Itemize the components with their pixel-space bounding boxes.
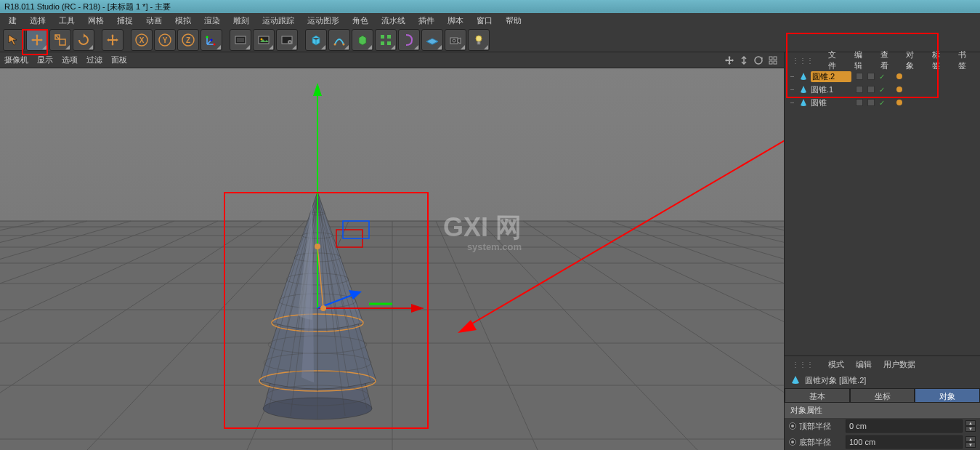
attr-subtab-coord[interactable]: 坐标 <box>850 388 915 403</box>
svg-rect-31 <box>769 61 772 64</box>
svg-point-11 <box>211 39 213 41</box>
vp-nav-layout-icon[interactable] <box>766 54 779 67</box>
attr-label: 顶部半径 <box>799 421 843 432</box>
annotation-box-obj-manager <box>786 33 939 98</box>
attr-row-top-radius: 顶部半径 0 cm ▲▼ <box>785 418 980 434</box>
svg-rect-22 <box>387 35 391 39</box>
menu-item[interactable]: 帮助 <box>500 14 527 28</box>
menu-item[interactable]: 模拟 <box>169 14 197 28</box>
vp-menu-item[interactable]: 摄像机 <box>4 55 28 65</box>
svg-rect-1 <box>60 39 65 45</box>
attr-subtab-basic[interactable]: 基本 <box>785 388 850 403</box>
z-axis-lock[interactable]: Z <box>177 29 199 51</box>
svg-point-18 <box>289 41 291 43</box>
attr-object-title: 圆锥对象 [圆锥.2] <box>785 372 980 388</box>
menu-item[interactable]: 动画 <box>140 14 168 28</box>
attr-value-input[interactable]: 100 cm <box>846 435 963 449</box>
svg-text:Z: Z <box>186 36 190 44</box>
menu-item[interactable]: 运动图形 <box>301 14 345 28</box>
svg-rect-23 <box>381 41 384 45</box>
y-axis-lock[interactable]: Y <box>154 29 176 51</box>
generator-subdivision[interactable] <box>352 29 373 51</box>
generator-array[interactable] <box>375 29 397 51</box>
deformer-bend[interactable] <box>398 29 420 51</box>
visibility-render[interactable] <box>867 99 875 106</box>
menu-item[interactable]: 选择 <box>24 14 52 28</box>
menu-item[interactable]: 角色 <box>347 14 374 28</box>
vp-menu-item[interactable]: 显示 <box>37 55 53 65</box>
vp-nav-zoom-icon[interactable] <box>737 54 750 67</box>
expand-icon[interactable]: – <box>790 99 796 106</box>
rotate-tool[interactable] <box>73 29 94 51</box>
svg-point-27 <box>476 36 482 41</box>
attr-anim-radio[interactable] <box>789 438 796 446</box>
attr-label: 底部半径 <box>799 437 843 448</box>
title-text: R18.011 Studio (RC - R18) - [未标题 1 *] - … <box>4 1 171 12</box>
svg-text:X: X <box>139 36 145 44</box>
main-menubar: 建 选择 工具 网格 捕捉 动画 模拟 渲染 雕刻 运动跟踪 运动图形 角色 流… <box>0 13 980 28</box>
menu-item[interactable]: 流水线 <box>376 14 411 28</box>
menu-item[interactable]: 网格 <box>82 14 110 28</box>
environment-floor[interactable] <box>421 29 443 51</box>
light-tool[interactable] <box>468 29 490 51</box>
menu-item[interactable]: 雕刻 <box>227 14 255 28</box>
svg-point-20 <box>343 43 345 45</box>
phong-tag-icon[interactable] <box>896 100 902 105</box>
svg-rect-21 <box>381 35 384 39</box>
title-bar: R18.011 Studio (RC - R18) - [未标题 1 *] - … <box>0 0 980 13</box>
spline-pen[interactable] <box>328 29 350 51</box>
vp-nav-rotate-icon[interactable] <box>752 54 765 67</box>
object-name[interactable]: 圆锥 <box>811 97 851 108</box>
menu-item[interactable]: 捕捉 <box>111 14 139 28</box>
svg-rect-25 <box>450 38 458 44</box>
svg-line-2 <box>55 35 60 39</box>
menu-item[interactable]: 运动跟踪 <box>256 14 300 28</box>
annotation-box-viewport <box>224 192 429 429</box>
render-view[interactable] <box>230 29 251 51</box>
menu-item[interactable]: 工具 <box>53 14 81 28</box>
attr-value-input[interactable]: 0 cm <box>846 419 963 433</box>
svg-point-28 <box>755 57 762 64</box>
primitive-cube[interactable] <box>305 29 327 51</box>
attribute-manager: ⋮⋮⋮ 模式 编辑 用户数据 圆锥对象 [圆锥.2] 基本 坐标 对象 对象属性… <box>785 356 980 450</box>
attr-tab[interactable]: 模式 <box>824 358 849 371</box>
svg-point-10 <box>214 43 216 45</box>
enable-check-icon[interactable]: ✓ <box>879 99 885 107</box>
svg-rect-32 <box>774 61 777 64</box>
svg-point-19 <box>334 43 336 45</box>
attr-anim-radio[interactable] <box>789 422 796 430</box>
menu-item[interactable]: 窗口 <box>471 14 498 28</box>
annotation-box-move-tool <box>22 29 48 55</box>
cone-icon <box>799 98 808 107</box>
svg-rect-24 <box>387 41 391 45</box>
attr-spinner[interactable]: ▲▼ <box>965 420 976 432</box>
menu-item[interactable]: 插件 <box>413 14 440 28</box>
svg-rect-13 <box>237 38 244 42</box>
last-tool[interactable] <box>102 29 123 51</box>
vp-menu-item[interactable]: 面板 <box>111 55 127 65</box>
attr-tab[interactable]: 用户数据 <box>879 358 920 371</box>
attr-row-bottom-radius: 底部半径 100 cm ▲▼ <box>785 434 980 450</box>
viewport-3d[interactable]: GXI 网 system.com <box>0 68 784 450</box>
attr-spinner[interactable]: ▲▼ <box>965 436 976 448</box>
visibility-editor[interactable] <box>856 99 863 106</box>
x-axis-lock[interactable]: X <box>131 29 153 51</box>
vp-menu-item[interactable]: 选项 <box>62 55 78 65</box>
attr-subtab-object[interactable]: 对象 <box>915 388 980 403</box>
vp-nav-move-icon[interactable] <box>723 54 736 67</box>
vp-menu-item[interactable]: 过滤 <box>86 55 102 65</box>
render-picture-viewer[interactable] <box>253 29 275 51</box>
menu-item[interactable]: 建 <box>3 14 23 28</box>
cone-icon <box>790 375 801 385</box>
panel-grip-icon[interactable]: ⋮⋮⋮ <box>787 359 818 370</box>
camera-tool[interactable] <box>445 29 466 51</box>
menu-item[interactable]: 脚本 <box>442 14 469 28</box>
viewport-header: 摄像机 显示 选项 过滤 面板 <box>0 52 784 68</box>
scale-tool[interactable] <box>49 29 71 51</box>
menu-item[interactable]: 渲染 <box>198 14 226 28</box>
render-settings[interactable] <box>276 29 298 51</box>
attr-tab[interactable]: 编辑 <box>851 358 876 371</box>
svg-point-9 <box>206 36 208 38</box>
coord-system[interactable] <box>201 29 222 51</box>
attr-section-header: 对象属性 <box>785 403 980 418</box>
